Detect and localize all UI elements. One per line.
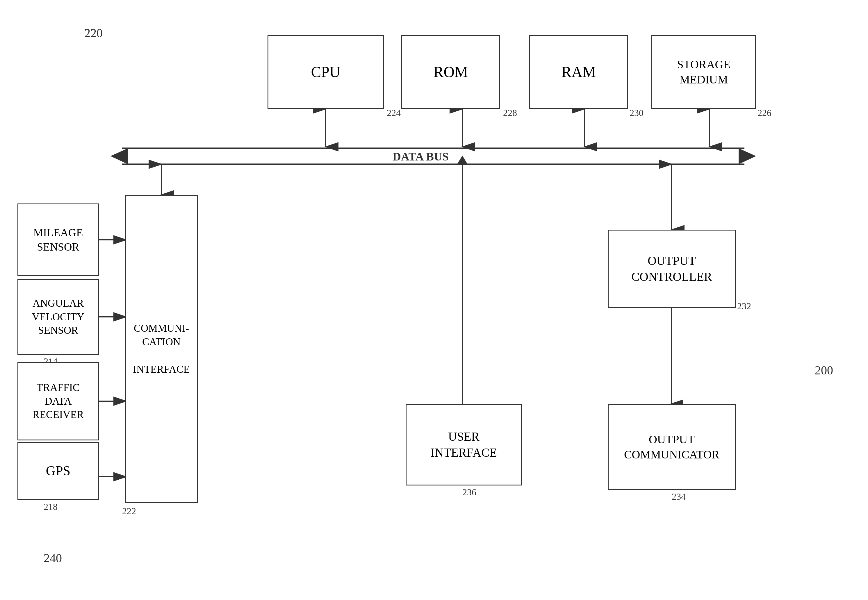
rom-ref: 228 [503,108,517,118]
output-communicator-box: OUTPUTCOMMUNICATOR [608,404,736,490]
svg-marker-8 [111,148,128,164]
cpu-ref: 224 [387,108,401,118]
mileage-sensor-box: MILEAGESENSOR [17,203,99,276]
ram-box: RAM [529,35,628,109]
gps-ref: 218 [44,502,58,512]
comm-ref: 222 [122,506,136,517]
storage-box: STORAGEMEDIUM [651,35,756,109]
storage-ref: 226 [757,108,771,118]
output-controller-box: OUTPUTCONTROLLER [608,230,736,308]
ref-200: 200 [815,364,833,377]
ram-ref: 230 [630,108,643,118]
ui-ref: 236 [462,487,476,498]
traffic-data-box: TRAFFICDATARECEIVER [17,362,99,440]
svg-marker-17 [457,156,467,164]
user-interface-box: USERINTERFACE [406,404,522,485]
data-bus-label: DATA BUS [393,150,449,164]
output-communicator-ref: 234 [672,491,686,502]
ref-240: 240 [44,551,62,565]
output-controller-ref: 232 [737,301,751,312]
angular-velocity-box: ANGULARVELOCITYSENSOR [17,279,99,355]
svg-marker-9 [739,148,756,164]
comm-interface-box: COMMUNI-CATIONINTERFACE [125,195,198,503]
rom-box: ROM [401,35,500,109]
system-ref-label: 220 [84,26,103,40]
cpu-box: CPU [267,35,384,109]
gps-box: GPS [17,442,99,500]
